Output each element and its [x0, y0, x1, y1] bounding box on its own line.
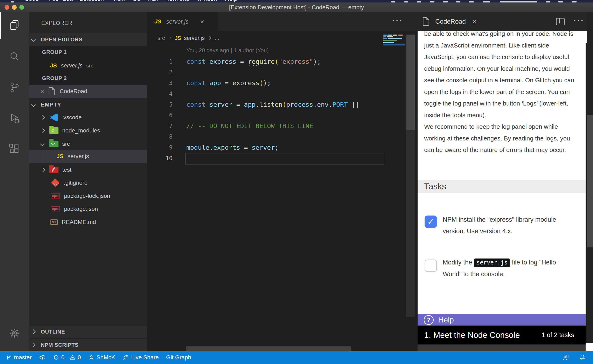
menu-code[interactable]: Code [25, 0, 39, 2]
menubar-status-icon[interactable] [404, 1, 408, 2]
tab-coderoad[interactable]: CodeRoad [435, 18, 466, 25]
chevron-right-icon [208, 36, 212, 40]
live-share-button[interactable]: Live Share [122, 354, 159, 361]
person-icon [88, 354, 94, 361]
menu-run[interactable]: Run [147, 0, 158, 2]
git-branch-status[interactable]: master [6, 354, 32, 361]
editor-group[interactable]: JS server.js × ··· src JS server.js ... … [147, 12, 418, 351]
menu-view[interactable]: View [113, 0, 125, 2]
task-checkbox-checked[interactable]: ✓ [425, 215, 437, 228]
menubar-status-icon[interactable] [456, 1, 460, 2]
code-line: 5 const server = app.listen(process.env.… [147, 99, 383, 110]
control-center-icon[interactable] [572, 1, 577, 2]
window-title-bar[interactable]: [Extension Development Host] - CodeRoad … [0, 2, 593, 12]
menubar-status-icon[interactable] [417, 1, 421, 2]
tab-server-js[interactable]: JS server.js × [147, 12, 218, 31]
menu-file[interactable]: File [49, 0, 59, 2]
panel-more-actions[interactable]: ··· [574, 16, 585, 25]
lesson-progress: 1 of 2 tasks [541, 331, 574, 339]
settings-gear-icon[interactable] [0, 320, 29, 346]
lesson-paragraph: We recommend to keep the log panel open … [424, 121, 581, 156]
lesson-footer[interactable]: 1. Meet the Node Console 1 of 2 tasks [418, 325, 587, 344]
status-bar: master 0 0 [0, 351, 593, 364]
vscode-window: Code File Edit Selection View Go Run Ter… [0, 0, 593, 364]
feedback-button[interactable] [563, 354, 570, 361]
notifications-button[interactable] [579, 354, 586, 361]
tree-item-vscode[interactable]: .vscode [29, 111, 147, 124]
menubar-battery-icon[interactable] [483, 1, 490, 2]
menubar-status-icon[interactable] [391, 1, 395, 2]
sync-changes-button[interactable] [39, 354, 46, 361]
minimap[interactable] [383, 35, 406, 59]
tree-item-src[interactable]: </> src [29, 137, 147, 150]
breadcrumb-src[interactable]: src [158, 35, 165, 41]
breadcrumb-symbol[interactable]: ... [214, 35, 219, 41]
close-tab-icon[interactable]: × [200, 18, 204, 25]
live-share-icon [122, 354, 129, 361]
menu-selection[interactable]: Selection [79, 0, 104, 2]
source-control-icon[interactable] [0, 74, 29, 101]
editor-horizontal-scrollbar[interactable] [186, 346, 351, 351]
tree-item-server-js[interactable]: JS server.js [29, 150, 147, 163]
menubar-clock[interactable] [500, 1, 537, 2]
scrollbar-thumb[interactable] [406, 35, 415, 130]
open-editor-server-js[interactable]: JS server.js src [29, 59, 147, 72]
menubar-status-icon[interactable] [443, 1, 448, 2]
apple-menu-icon[interactable] [11, 1, 14, 2]
code-line: 3 const app = express(); [147, 78, 383, 88]
macos-menu-bar: Code File Edit Selection View Go Run Ter… [0, 0, 593, 2]
folder-section-empty[interactable]: EMPTY [29, 98, 147, 111]
editor-group1-label: GROUP 1 [29, 46, 147, 58]
problems-status[interactable]: 0 0 [53, 354, 81, 361]
tree-item-test[interactable]: test [29, 163, 147, 176]
explorer-icon[interactable] [0, 12, 29, 38]
inline-code-chip: server.js [474, 259, 510, 267]
npm-scripts-section-header[interactable]: NPM SCRIPTS [29, 338, 147, 351]
code-line: 2 [147, 67, 383, 78]
tree-item-gitignore[interactable]: .gitignore [29, 176, 147, 189]
coderoad-panel: CodeRoad × ··· be able to check what's g… [418, 12, 593, 351]
window-scrollbar[interactable] [587, 12, 593, 351]
menu-go[interactable]: Go [132, 0, 140, 2]
breadcrumb-file[interactable]: server.js [184, 35, 205, 41]
help-expander[interactable]: ? Help [418, 314, 587, 325]
open-editors-header[interactable]: OPEN EDITORS [29, 33, 147, 46]
tree-item-package-json[interactable]: npm package.json [29, 202, 147, 215]
run-and-debug-icon[interactable] [0, 105, 29, 131]
menu-edit[interactable]: Edit [62, 0, 73, 2]
search-icon[interactable] [0, 43, 29, 70]
file-icon [422, 17, 430, 26]
menubar-status-icon[interactable] [469, 1, 474, 2]
panel-footer-strip [418, 344, 587, 351]
code-line: 9 module.exports = server; [147, 142, 383, 153]
menu-help[interactable]: Help [225, 0, 237, 2]
bell-icon [579, 354, 586, 361]
window-title: [Extension Development Host] - CodeRoad … [0, 4, 593, 11]
spotlight-icon[interactable] [546, 1, 550, 2]
siri-icon[interactable] [558, 1, 563, 2]
branch-icon [6, 354, 12, 361]
code-line: 8 [147, 131, 383, 142]
git-graph-button[interactable]: Git Graph [166, 354, 191, 361]
close-editor-icon[interactable]: × [41, 88, 45, 95]
outline-section-header[interactable]: OUTLINE [29, 325, 147, 338]
code-line: 7 // -- DO NOT EDIT BELOW THIS LINE [147, 121, 383, 131]
task-checkbox-unchecked[interactable] [425, 260, 437, 272]
close-tab-icon[interactable]: × [472, 18, 476, 25]
tree-item-readme[interactable]: M↓ README.md [29, 215, 147, 229]
tree-item-node-modules[interactable]: ⬡ node_modules [29, 124, 147, 137]
tree-item-package-lock[interactable]: npm package-lock.json [29, 189, 147, 202]
account-status[interactable]: ShMcK [88, 354, 115, 361]
open-editor-coderoad[interactable]: × CodeRoad [29, 85, 147, 98]
split-editor-icon[interactable] [556, 18, 565, 25]
editor-more-actions[interactable]: ··· [392, 16, 403, 25]
menubar-status-icon[interactable] [430, 1, 434, 2]
menu-window[interactable]: Window [197, 0, 218, 2]
editor-vertical-scrollbar[interactable] [406, 35, 415, 317]
scrollbar-thumb[interactable] [587, 115, 593, 247]
extensions-icon[interactable] [0, 136, 29, 162]
menu-terminal[interactable]: Terminal [166, 0, 189, 2]
breadcrumb[interactable]: src JS server.js ... [158, 31, 219, 45]
test-folder-icon [49, 167, 59, 173]
editor-group2-label: GROUP 2 [29, 72, 147, 85]
